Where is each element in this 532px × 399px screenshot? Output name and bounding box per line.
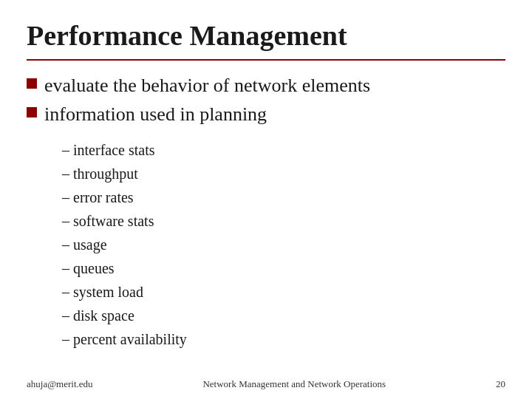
footer-left: ahuja@merit.edu bbox=[27, 378, 93, 390]
title-divider bbox=[27, 59, 505, 61]
footer-center: Network Management and Network Operation… bbox=[202, 378, 386, 390]
sub-item-3: – software stats bbox=[62, 210, 505, 232]
bullet-item-2: information used in planning bbox=[27, 101, 505, 127]
sub-item-1: – throughput bbox=[62, 163, 505, 185]
sub-item-4: – usage bbox=[62, 233, 505, 256]
slide-container: Performance Management evaluate the beha… bbox=[0, 0, 532, 399]
bullet-section: evaluate the behavior of network element… bbox=[27, 72, 505, 127]
sub-item-8: – percent availability bbox=[62, 328, 505, 350]
bullet-item-1: evaluate the behavior of network element… bbox=[27, 72, 505, 98]
sub-item-0: – interface stats bbox=[62, 139, 505, 161]
sub-item-2: – error rates bbox=[62, 186, 505, 208]
footer-right: 20 bbox=[496, 378, 505, 390]
footer: ahuja@merit.edu Network Management and N… bbox=[0, 378, 532, 390]
sub-list: – interface stats – throughput – error r… bbox=[62, 139, 505, 350]
sub-item-7: – disk space bbox=[62, 304, 505, 327]
bullet-square-1 bbox=[27, 78, 37, 89]
sub-item-5: – queues bbox=[62, 257, 505, 279]
bullet-square-2 bbox=[27, 107, 37, 117]
bullet-text-2: information used in planning bbox=[44, 101, 267, 127]
bullet-text-1: evaluate the behavior of network element… bbox=[44, 72, 370, 98]
slide-title: Performance Management bbox=[27, 21, 505, 52]
sub-item-6: – system load bbox=[62, 281, 505, 303]
